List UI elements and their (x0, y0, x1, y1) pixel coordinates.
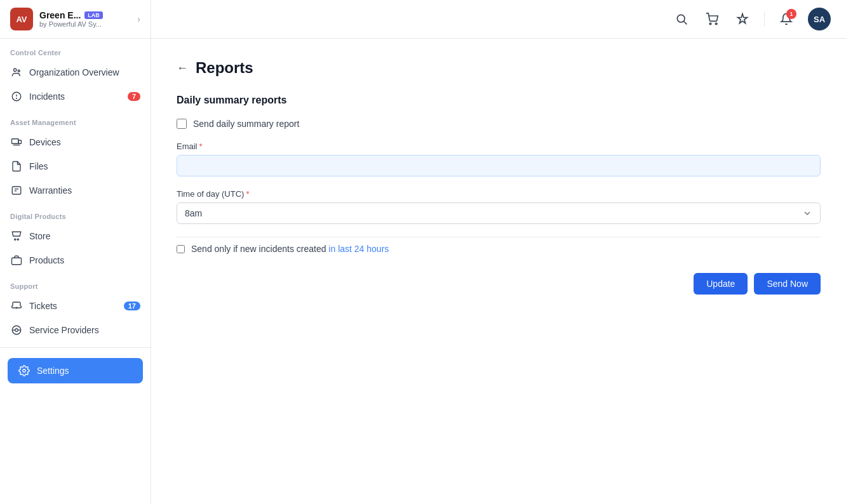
topbar: 1 SA (151, 0, 846, 39)
send-daily-row: Send daily summary report (177, 119, 821, 129)
send-daily-checkbox[interactable] (177, 119, 187, 129)
sidebar-item-label-org-overview: Organization Overview (29, 67, 140, 77)
support-label: Support (0, 272, 151, 294)
svg-line-21 (684, 22, 687, 25)
sidebar-item-label-files: Files (29, 161, 140, 171)
time-label: Time of day (UTC) * (177, 189, 821, 199)
search-icon[interactable] (673, 10, 690, 28)
topbar-separator (764, 11, 765, 27)
sidebar-item-label-products: Products (29, 255, 140, 265)
svg-point-22 (709, 23, 711, 25)
svg-point-1 (18, 70, 20, 72)
svg-point-11 (15, 239, 16, 240)
tickets-badge: 17 (124, 302, 140, 310)
chevron-right-icon: › (137, 14, 140, 24)
sidebar-item-store[interactable]: Store (0, 224, 151, 248)
sidebar-item-label-devices: Devices (29, 137, 140, 147)
send-only-label[interactable]: Send only if new incidents created in la… (191, 244, 389, 254)
send-only-highlight: in last 24 hours (328, 244, 389, 254)
sidebar-item-label-tickets: Tickets (29, 301, 117, 311)
svg-rect-5 (12, 139, 19, 144)
svg-rect-8 (12, 187, 21, 194)
email-label: Email * (177, 142, 821, 151)
content-area: ← Reports Daily summary reports Send dai… (151, 39, 846, 504)
user-avatar[interactable]: SA (808, 8, 831, 30)
email-required: * (199, 142, 203, 151)
sidebar-item-products[interactable]: Products (0, 248, 151, 272)
magic-icon[interactable] (734, 10, 751, 28)
sidebar-item-incidents[interactable]: Incidents 7 (0, 84, 151, 109)
sidebar-item-label-warranties: Warranties (29, 185, 140, 196)
asset-management-label: Asset Management (0, 109, 151, 130)
send-daily-label[interactable]: Send daily summary report (193, 119, 299, 129)
send-only-checkbox[interactable] (177, 245, 185, 253)
svg-point-20 (677, 15, 685, 22)
settings-label: Settings (37, 366, 69, 376)
send-now-button[interactable]: Send Now (754, 273, 821, 295)
sidebar-item-files[interactable]: Files (0, 154, 151, 178)
svg-point-16 (15, 329, 18, 332)
settings-icon (18, 364, 30, 377)
sidebar-item-tickets[interactable]: Tickets 17 (0, 294, 151, 318)
main-content: 1 SA ← Reports Daily summary reports Sen… (151, 0, 846, 504)
svg-rect-6 (18, 140, 22, 143)
sidebar-item-label-service-providers: Service Providers (29, 325, 140, 335)
sidebar-item-service-providers[interactable]: Service Providers (0, 318, 151, 342)
devices-icon (10, 136, 23, 149)
svg-point-0 (14, 69, 17, 72)
form-section: Daily summary reports Send daily summary… (177, 95, 821, 295)
org-name: Green E... LAB (39, 10, 131, 20)
org-overview-icon (10, 66, 23, 79)
lab-badge: LAB (84, 11, 103, 19)
sidebar-item-warranties[interactable]: Warranties (0, 178, 151, 202)
incidents-icon (10, 90, 23, 103)
time-field: Time of day (UTC) * 12am1am2am3am4am5am6… (177, 189, 821, 224)
action-row: Update Send Now (177, 267, 821, 295)
section-title: Daily summary reports (177, 95, 821, 106)
products-icon (10, 254, 23, 267)
sidebar-item-devices[interactable]: Devices (0, 130, 151, 154)
page-title: Reports (196, 59, 253, 77)
cart-icon[interactable] (703, 10, 721, 28)
sidebar-divider (0, 347, 151, 348)
time-required: * (246, 189, 249, 199)
update-button[interactable]: Update (694, 273, 748, 295)
svg-point-4 (17, 98, 17, 99)
store-icon (10, 230, 23, 242)
svg-rect-13 (12, 258, 22, 265)
notification-count: 1 (786, 9, 796, 19)
page-header: ← Reports (177, 59, 821, 77)
control-center-label: Control Center (0, 39, 151, 60)
sidebar: AV Green E... LAB by Powerful AV Sy... ›… (0, 0, 151, 504)
tickets-icon (10, 300, 23, 312)
svg-point-19 (23, 369, 26, 373)
send-only-row: Send only if new incidents created in la… (177, 237, 821, 267)
sidebar-header[interactable]: AV Green E... LAB by Powerful AV Sy... › (0, 0, 151, 39)
warranties-icon (10, 184, 23, 197)
sidebar-item-label-store: Store (29, 231, 140, 241)
back-button[interactable]: ← (177, 62, 188, 75)
org-info: Green E... LAB by Powerful AV Sy... (39, 10, 131, 28)
settings-button[interactable]: Settings (8, 358, 143, 383)
digital-products-label: Digital Products (0, 202, 151, 224)
email-field: Email * (177, 142, 821, 176)
service-providers-icon (10, 324, 23, 336)
notification-icon[interactable]: 1 (777, 10, 795, 28)
files-icon (10, 160, 23, 173)
sidebar-item-org-overview[interactable]: Organization Overview (0, 60, 151, 84)
org-sub: by Powerful AV Sy... (39, 20, 131, 28)
email-input[interactable] (177, 155, 821, 176)
incidents-badge: 7 (128, 92, 140, 101)
logo-avatar: AV (10, 8, 33, 30)
svg-point-12 (17, 239, 18, 240)
time-select[interactable]: 12am1am2am3am4am5am6am7am8am9am10am11am1… (177, 202, 821, 224)
sidebar-item-label-incidents: Incidents (29, 91, 121, 102)
svg-point-23 (715, 23, 717, 25)
